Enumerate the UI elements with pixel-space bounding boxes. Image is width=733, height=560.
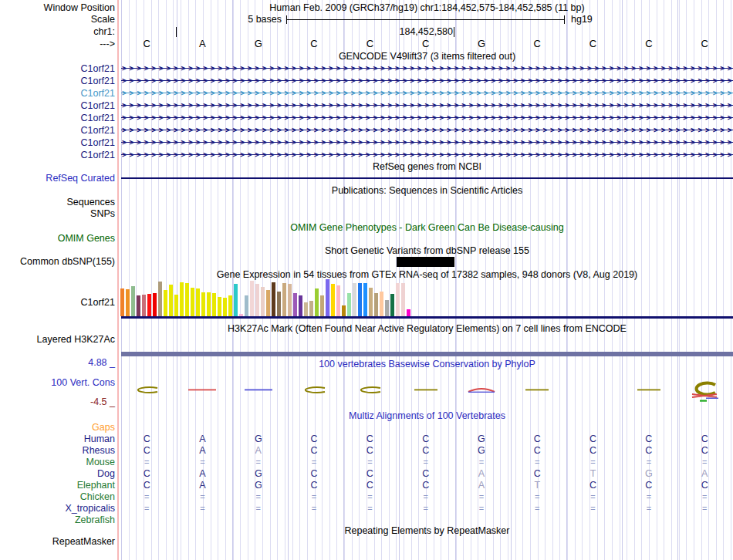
gencode-gene-label[interactable]: C1orf21	[81, 137, 115, 148]
ruler-tick-labeled[interactable]	[454, 27, 454, 37]
gtex-tissue-bar[interactable]	[363, 283, 367, 316]
gtex-tissue-bar[interactable]	[142, 295, 146, 316]
gencode-gene-label[interactable]: C1orf21	[81, 63, 115, 74]
common-dbsnp-label[interactable]: Common dbSNP(155)	[20, 256, 115, 267]
gtex-tissue-bar[interactable]	[353, 283, 356, 316]
gtex-tissue-bar[interactable]	[309, 301, 313, 316]
gencode-gene-line[interactable]: >>>>>>>>>>>>>>>>>>>>>>>>>>>>>>>>>>>>>>>>…	[121, 150, 733, 160]
multiz-species-label[interactable]: Rhesus	[83, 445, 115, 456]
gencode-gene-label[interactable]: C1orf21	[81, 113, 115, 123]
gtex-tissue-bar[interactable]	[336, 285, 340, 316]
gtex-tissue-bar[interactable]	[174, 295, 178, 316]
gtex-tissue-bar[interactable]	[191, 288, 194, 316]
gtex-tissue-bar[interactable]	[374, 293, 378, 316]
gtex-tissue-bar[interactable]	[293, 293, 297, 316]
gtex-tissue-bar[interactable]	[299, 295, 302, 316]
gtex-tissue-bar[interactable]	[169, 285, 173, 316]
gtex-tissue-bar[interactable]	[304, 302, 308, 316]
alignment-base: A	[471, 468, 491, 479]
sequences-label[interactable]: Sequences	[66, 197, 115, 207]
gtex-tissue-bar[interactable]	[326, 279, 329, 316]
layered-h3k27ac-label[interactable]: Layered H3K27Ac	[37, 334, 115, 345]
gtex-tissue-bar[interactable]	[180, 282, 184, 316]
gtex-tissue-bar[interactable]	[288, 284, 292, 316]
phylop-track-label[interactable]: 100 Vert. Cons	[51, 377, 115, 388]
gtex-tissue-bar[interactable]	[331, 284, 335, 316]
repeatmasker-label[interactable]: RepeatMasker	[52, 536, 115, 547]
gencode-gene-line[interactable]: >>>>>>>>>>>>>>>>>>>>>>>>>>>>>>>>>>>>>>>>…	[121, 63, 733, 73]
multiz-species-label[interactable]: Zebrafish	[75, 514, 115, 525]
gtex-tissue-bar[interactable]	[320, 295, 324, 316]
gtex-tissue-bar[interactable]	[207, 292, 211, 316]
gtex-tissue-bar[interactable]	[131, 286, 135, 316]
gtex-tissue-bar[interactable]	[196, 288, 200, 316]
dbsnp-variant-box[interactable]	[397, 257, 454, 267]
gtex-tissue-bar[interactable]	[255, 284, 259, 316]
gtex-tissue-bar[interactable]	[315, 288, 319, 316]
base-letter: A	[192, 39, 212, 49]
gtex-tissue-bar[interactable]	[266, 290, 270, 316]
gtex-tissue-bar[interactable]	[277, 292, 281, 316]
refseq-gene-line[interactable]	[121, 177, 733, 179]
multiz-species-label[interactable]: Mouse	[86, 457, 115, 467]
snps-label[interactable]: SNPs	[90, 208, 115, 219]
multiz-species-label[interactable]: X_tropicalis	[65, 503, 115, 514]
multiz-species-label[interactable]: Dog	[97, 468, 115, 479]
gencode-gene-line[interactable]: >>>>>>>>>>>>>>>>>>>>>>>>>>>>>>>>>>>>>>>>…	[121, 76, 733, 86]
gtex-tissue-bar[interactable]	[347, 293, 351, 316]
gtex-gene-label[interactable]: C1orf21	[81, 297, 115, 308]
ruler-tick-unlabeled[interactable]	[176, 27, 177, 37]
gtex-tissue-bar[interactable]	[380, 292, 383, 316]
gtex-tissue-bar[interactable]	[218, 297, 221, 316]
omim-genes-label[interactable]: OMIM Genes	[58, 233, 115, 244]
gtex-tissue-bar[interactable]	[126, 289, 130, 316]
gtex-tissue-bar[interactable]	[282, 283, 286, 316]
gtex-tissue-bar[interactable]	[385, 300, 389, 316]
alignment-base: C	[583, 445, 603, 456]
multiz-species-label[interactable]: Chicken	[80, 491, 115, 502]
gtex-tissue-bar[interactable]	[120, 288, 124, 316]
multiz-species-label[interactable]: Elephant	[77, 480, 115, 491]
gtex-tissue-bar[interactable]	[245, 295, 248, 316]
gtex-tissue-bar[interactable]	[223, 298, 227, 316]
gtex-tissue-bar[interactable]	[261, 287, 265, 316]
gtex-tissue-bar[interactable]	[369, 288, 373, 316]
gencode-gene-line[interactable]: >>>>>>>>>>>>>>>>>>>>>>>>>>>>>>>>>>>>>>>>…	[121, 137, 733, 147]
genome-browser-image[interactable]: Window Position Human Feb. 2009 (GRCh37/…	[0, 0, 733, 560]
gtex-tissue-bar[interactable]	[401, 283, 405, 316]
gtex-tissue-bar[interactable]	[137, 295, 140, 316]
gtex-tissue-bar[interactable]	[153, 293, 157, 316]
gencode-gene-line[interactable]: >>>>>>>>>>>>>>>>>>>>>>>>>>>>>>>>>>>>>>>>…	[121, 88, 733, 98]
gtex-tissue-bar[interactable]	[250, 281, 254, 316]
gtex-tissue-bar[interactable]	[272, 282, 275, 316]
gtex-tissue-bar[interactable]	[147, 294, 151, 316]
gencode-gene-line[interactable]: >>>>>>>>>>>>>>>>>>>>>>>>>>>>>>>>>>>>>>>>…	[121, 100, 733, 110]
gtex-tissue-bar[interactable]	[390, 294, 394, 316]
gencode-gene-label[interactable]: C1orf21	[81, 88, 115, 99]
gtex-tissue-bar[interactable]	[185, 283, 189, 316]
gtex-tissue-bar[interactable]	[234, 284, 238, 316]
gtex-tissue-bar[interactable]	[342, 305, 346, 316]
alignment-gap-mark: =	[248, 491, 269, 502]
gtex-tissue-bar[interactable]	[158, 282, 162, 316]
gtex-tissue-bar[interactable]	[201, 292, 205, 316]
gtex-tissue-bar[interactable]	[212, 293, 216, 316]
gencode-gene-line[interactable]: >>>>>>>>>>>>>>>>>>>>>>>>>>>>>>>>>>>>>>>>…	[121, 125, 733, 135]
h3k27ac-signal-band[interactable]	[121, 352, 733, 356]
gencode-gene-label[interactable]: C1orf21	[81, 76, 115, 86]
repeatmasker-track-title: Repeating Elements by RepeatMasker	[121, 525, 733, 536]
gtex-tissue-bar[interactable]	[164, 290, 167, 316]
gencode-gene-label[interactable]: C1orf21	[81, 100, 115, 111]
gtex-tissue-bar[interactable]	[396, 283, 400, 316]
gencode-gene-line[interactable]: >>>>>>>>>>>>>>>>>>>>>>>>>>>>>>>>>>>>>>>>…	[121, 113, 733, 123]
gtex-tissue-bar[interactable]	[228, 295, 232, 316]
strand-arrow[interactable]: --->	[100, 39, 115, 49]
gtex-tissue-bar[interactable]	[407, 309, 410, 316]
gencode-gene-label[interactable]: C1orf21	[81, 150, 115, 160]
gtex-tissue-bar[interactable]	[358, 283, 362, 316]
multiz-species-label[interactable]: Human	[84, 433, 115, 444]
gencode-gene-label[interactable]: C1orf21	[81, 125, 115, 136]
multiz-species-label[interactable]: Gaps	[92, 422, 115, 433]
alignment-base: A	[471, 480, 491, 491]
refseq-curated-label[interactable]: RefSeq Curated	[46, 173, 115, 184]
